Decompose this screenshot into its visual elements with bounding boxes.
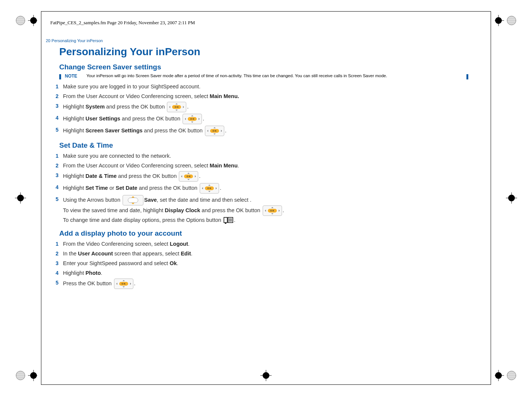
note-bar-icon	[466, 74, 468, 79]
step-number: 5	[53, 126, 58, 134]
step-text: Make sure you are connected to the netwo…	[63, 152, 171, 160]
step-item: 5Press the OK button O K.	[53, 279, 468, 289]
step-text: Press the OK button O K.	[63, 279, 136, 289]
steps-screensaver: 1Make sure you are logged in to your Sig…	[53, 82, 468, 136]
svg-rect-25	[224, 217, 227, 223]
note-row: NOTE Your inPerson will go into Screen S…	[59, 73, 468, 79]
step-item: 3Highlight Date & Time and press the OK …	[53, 171, 468, 182]
step-number: 3	[53, 102, 58, 110]
page-title: Personalizing Your inPerson	[59, 46, 468, 58]
step-item: 4Highlight User Settings and press the O…	[53, 114, 468, 124]
ok-button-icon: O K	[179, 171, 198, 182]
ok-button-icon: O K	[167, 102, 186, 112]
step-item: 2In the User Account screen that appears…	[53, 249, 468, 258]
step-number: 1	[53, 82, 58, 91]
note-bar-icon	[59, 74, 61, 79]
step-number: 3	[53, 259, 58, 267]
section-heading-photo: Add a display photo to your account	[59, 229, 468, 238]
svg-point-7	[507, 16, 516, 25]
step-number: 4	[53, 269, 58, 277]
step-text: From the Video Conferencing screen, sele…	[63, 240, 190, 248]
step-text: Highlight Photo.	[63, 269, 102, 277]
steps-photo: 1From the Video Conferencing screen, sel…	[53, 240, 468, 289]
step-number: 2	[53, 249, 58, 258]
svg-point-15	[507, 371, 516, 380]
step-item: 2From the User Account or Video Conferen…	[53, 92, 468, 100]
note-label: NOTE	[65, 73, 83, 79]
step-item: 1From the Video Conferencing screen, sel…	[53, 240, 468, 248]
ok-button-icon: O K	[205, 126, 224, 136]
running-header: FatPipe_CES_2_samples.fm Page 20 Friday,…	[50, 20, 195, 26]
step-number: 2	[53, 92, 58, 100]
step-text: Highlight User Settings and press the OK…	[63, 114, 204, 124]
step-item: 4Highlight Photo.	[53, 269, 468, 277]
crop-mark-icon	[15, 370, 37, 381]
note-text: Your inPerson will go into Screen Saver …	[86, 73, 463, 78]
step-text: In the User Account screen that appears,…	[63, 249, 193, 258]
step-number: 4	[53, 114, 58, 122]
crop-mark-icon	[495, 15, 517, 26]
step-item: 4Highlight Set Time or Set Date and pres…	[53, 183, 468, 194]
ok-button-icon: O K	[114, 279, 133, 289]
svg-point-8	[16, 371, 25, 380]
ok-button-icon: O K	[263, 205, 282, 216]
page-content: 20 Personalizing Your inPerson Personali…	[46, 38, 468, 291]
svg-point-0	[16, 16, 25, 25]
ok-button-icon: O K	[183, 114, 202, 124]
step-number: 2	[53, 161, 58, 170]
step-text: Highlight Date & Time and press the OK b…	[63, 171, 200, 182]
step-item: 2From the User Account or Video Conferen…	[53, 161, 468, 170]
step-text: From the User Account or Video Conferenc…	[63, 92, 239, 100]
page-frame: FatPipe_CES_2_samples.fm Page 20 Friday,…	[41, 11, 491, 385]
step-number: 4	[53, 183, 58, 191]
step-number: 5	[53, 279, 58, 287]
section-heading-datetime: Set Date & Time	[59, 141, 468, 150]
step-text: Highlight Screen Saver Settings and pres…	[63, 126, 227, 136]
step-text: Highlight Set Time or Set Date and press…	[63, 183, 221, 194]
step-item: 5Using the Arrows button Save, set the d…	[53, 195, 468, 224]
crop-mark-icon	[15, 192, 26, 204]
step-item: 3Highlight System and press the OK butto…	[53, 102, 468, 112]
step-number: 1	[53, 152, 58, 160]
step-text: Highlight System and press the OK button…	[63, 102, 189, 112]
step-number: 3	[53, 171, 58, 179]
step-item: 3Enter your SightSpeed password and sele…	[53, 259, 468, 267]
step-text: Enter your SightSpeed password and selec…	[63, 259, 178, 267]
step-item: 5Highlight Screen Saver Settings and pre…	[53, 126, 468, 136]
step-text: From the User Account or Video Conferenc…	[63, 161, 239, 170]
steps-datetime: 1Make sure you are connected to the netw…	[53, 152, 468, 224]
crop-mark-icon	[495, 370, 517, 381]
ok-button-icon: O K	[200, 183, 219, 194]
crop-mark-icon	[15, 15, 37, 26]
step-number: 1	[53, 240, 58, 248]
crop-mark-icon	[506, 192, 517, 204]
step-text: Using the Arrows button Save, set the da…	[63, 195, 284, 224]
arrows-button-icon	[123, 195, 143, 205]
step-text: Make sure you are logged in to your Sigh…	[63, 82, 200, 91]
page-number-header: 20 Personalizing Your inPerson	[46, 38, 468, 43]
step-item: 1Make sure you are logged in to your Sig…	[53, 82, 468, 91]
section-heading-screensaver: Change Screen Saver settings	[59, 63, 468, 71]
options-button-icon	[224, 217, 233, 224]
step-item: 1Make sure you are connected to the netw…	[53, 152, 468, 160]
step-number: 5	[53, 195, 58, 203]
